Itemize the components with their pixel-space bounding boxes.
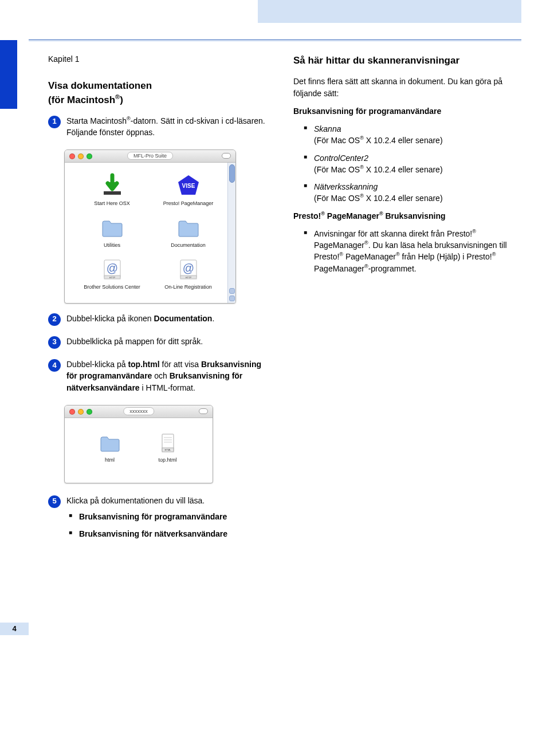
registered-icon: ® <box>321 211 325 216</box>
item-label: Utilities <box>104 242 120 249</box>
svg-text:VISE: VISE <box>182 183 195 189</box>
item-solutions: @HTTP Brother Solutions Center <box>80 257 144 290</box>
item-label: Brother Solutions Center <box>84 284 140 290</box>
right-sub1: Bruksanvisning för programanvändare <box>293 105 518 117</box>
at-sign-icon: @HTTP <box>176 257 201 282</box>
scrollbar <box>227 163 235 302</box>
step-number-2: 2 <box>48 313 61 326</box>
scrollbar-thumb <box>229 164 235 183</box>
li1-os: (För Mac OS <box>314 136 360 145</box>
step5-li2: Bruksanvisning för nätverksanvändare <box>69 528 273 540</box>
li4-g: -programmet. <box>368 264 417 273</box>
svg-text:HTTP: HTTP <box>109 276 115 279</box>
html-file-icon: HTML <box>156 432 179 455</box>
svg-text:@: @ <box>106 262 117 274</box>
close-icon <box>69 409 75 415</box>
step2-a: Dubbel-klicka på ikonen <box>66 314 154 323</box>
registered-icon: ® <box>360 136 364 141</box>
left-column: Kapitel 1 Visa dokumentationen (för Maci… <box>48 54 273 554</box>
step2-text: Dubbel-klicka på ikonen Documentation. <box>66 313 273 324</box>
step5-li1-text: Bruksanvisning för programanvändare <box>79 512 227 521</box>
step5-li2-text: Bruksanvisning för nätverksanvändare <box>79 529 227 538</box>
window-body: Start Here OSX VISE Presto! PageManager … <box>65 163 235 302</box>
chapter-label: Kapitel 1 <box>48 54 273 64</box>
svg-rect-0 <box>104 191 121 195</box>
step2-b: Documentation <box>154 314 213 323</box>
minimize-icon <box>78 153 84 159</box>
li4-f: PageManager <box>314 264 364 273</box>
registered-icon: ® <box>492 252 496 258</box>
left-heading: Visa dokumentationen (för Macintosh®) <box>48 80 273 107</box>
zoom-icon <box>87 409 92 415</box>
item-start-here: Start Here OSX <box>80 173 144 207</box>
li2-os: (För Mac OS <box>314 165 360 174</box>
window-titlebar: MFL-Pro Suite <box>65 150 235 163</box>
right-li2: ControlCenter2 (För Mac OS® X 10.2.4 ell… <box>304 152 518 176</box>
header-rule <box>29 0 521 40</box>
li3-ver: X 10.2.4 eller senare) <box>364 194 443 203</box>
step-2: 2 Dubbel-klicka på ikonen Documentation. <box>48 313 273 328</box>
registered-icon: ® <box>364 263 368 269</box>
step3-text: Dubbelklicka på mappen för ditt språk. <box>66 336 273 347</box>
li4-d: PageManager <box>343 252 396 261</box>
page-content: Kapitel 1 Visa dokumentationen (för Maci… <box>0 40 550 577</box>
item-top-html: HTML top.html <box>144 432 191 463</box>
item-label: Start Here OSX <box>94 200 130 207</box>
step-number-1: 1 <box>48 116 61 128</box>
close-icon <box>69 153 75 159</box>
item-label: html <box>105 457 115 463</box>
svg-text:HTML: HTML <box>164 448 171 451</box>
finder-window-1: MFL-Pro Suite Start Here OSX VISE Presto… <box>64 149 236 303</box>
folder-icon <box>176 215 201 240</box>
item-label: Documentation <box>171 242 206 249</box>
step-5: 5 Klicka på dokumentationen du vill läsa… <box>48 495 273 546</box>
item-documentation: Documentation <box>156 215 221 249</box>
finder-window-2: xxxxxxx html HTML top.html <box>64 405 213 483</box>
download-arrow-icon <box>100 173 125 198</box>
sub2-c: Bruksanvisning <box>383 211 446 220</box>
li3-name: Nätverksskanning <box>314 182 378 191</box>
vise-icon: VISE <box>176 173 201 198</box>
step4-g: i HTML-format. <box>140 383 195 392</box>
step4-text: Dubbel-klicka på top.html för att visa B… <box>66 359 273 393</box>
right-li4: Anvisningar för att skanna direkt från P… <box>304 228 518 274</box>
heading-line2b: ) <box>120 94 123 105</box>
heading-line1: Visa dokumentationen <box>48 80 152 91</box>
registered-icon: ® <box>360 194 364 199</box>
step-4: 4 Dubbel-klicka på top.html för att visa… <box>48 359 273 397</box>
item-utilities: Utilities <box>80 215 144 249</box>
scroll-down-icon <box>229 296 235 301</box>
li4-b: PageManager <box>314 241 364 250</box>
registered-icon: ® <box>472 229 476 234</box>
step2-c: . <box>212 314 214 323</box>
toolbar-toggle-icon <box>199 408 208 414</box>
minimize-icon <box>78 409 84 415</box>
at-sign-icon: @HTTP <box>100 257 125 282</box>
li1-ver: X 10.2.4 eller senare) <box>364 136 443 145</box>
sub2-a: Presto! <box>293 211 321 220</box>
item-presto: VISE Presto! PageManager <box>156 173 221 207</box>
step-number-4: 4 <box>48 359 61 372</box>
window-title: xxxxxxx <box>123 407 154 415</box>
window-title: MFL-Pro Suite <box>127 152 173 160</box>
li1-name: Skanna <box>314 124 341 133</box>
right-li3: Nätverksskanning (För Mac OS® X 10.2.4 e… <box>304 181 518 204</box>
heading-line2a: (för Macintosh <box>48 94 115 105</box>
right-sub2: Presto!® PageManager® Bruksanvisning <box>293 210 518 222</box>
registered-icon: ® <box>360 164 364 170</box>
step4-c: för att visa <box>160 360 201 369</box>
svg-text:HTTP: HTTP <box>185 276 191 279</box>
step4-b: top.html <box>128 360 159 369</box>
li4-e: från Help (Hjälp) i Presto! <box>400 252 492 261</box>
right-column: Så här hittar du skanneranvisningar Det … <box>293 54 518 554</box>
item-label: Presto! PageManager <box>163 200 214 207</box>
li2-name: ControlCenter2 <box>314 153 368 163</box>
step-number-5: 5 <box>48 495 61 508</box>
step1-a: Starta Macintosh <box>66 116 127 125</box>
step-3: 3 Dubbelklicka på mappen för ditt språk. <box>48 336 273 351</box>
item-html-folder: html <box>87 432 133 463</box>
step-1: 1 Starta Macintosh®-datorn. Sätt in cd-s… <box>48 115 273 142</box>
item-online: @HTTP On-Line Registration <box>156 257 221 290</box>
sub2-b: PageManager <box>325 211 379 220</box>
registered-icon: ® <box>364 240 368 246</box>
